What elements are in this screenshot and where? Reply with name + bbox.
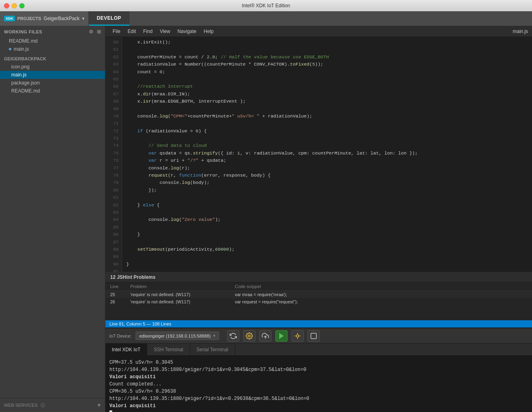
tabbar: XDK PROJECTS GeigerBackPack ▾ DEVELOP — [0, 11, 532, 26]
working-files-header: Working Files ⚙ ⊞ — [0, 26, 105, 37]
col-snippet: Code snippet — [235, 284, 527, 289]
problem-row: 25 'require' is not defined. (W117) var … — [105, 291, 532, 298]
problems-panel: 12 JSHint Problems Line Problem Code sni… — [105, 272, 532, 320]
minimize-button[interactable] — [12, 3, 17, 8]
terminal-output: CPM=37.5 uSv/h= 0.3045 http://104.40.139… — [105, 356, 532, 412]
svg-marker-2 — [279, 333, 284, 339]
terminal-line-5: CPM=36.5 uSv/h= 0.29638 — [109, 388, 528, 395]
sync-button[interactable] — [227, 330, 239, 342]
sidebar-header-icons: ⚙ ⊞ — [89, 29, 101, 35]
problems-columns: Line Problem Code snippet — [105, 282, 532, 291]
content-area: File Edit Find View Navigate Help main.j… — [105, 26, 532, 412]
folder-file-icon-name: icon.png — [11, 64, 29, 70]
chevron-down-icon: ▾ — [82, 16, 84, 21]
folder-file-packagejson-name: package.json — [11, 80, 40, 86]
folder-name: GeigerBackPack — [4, 56, 46, 61]
working-file-readme[interactable]: README.md — [0, 37, 105, 45]
tab-develop[interactable]: DEVELOP — [89, 11, 129, 26]
terminal-tabs: Intel XDK IoT SSH Terminal Serial Termin… — [105, 344, 532, 356]
stop-button[interactable] — [308, 330, 320, 342]
terminal-line-4: Count completed... — [109, 381, 528, 388]
device-name: edisongeiger (192.168.0.115:58888) — [139, 334, 210, 338]
device-label: IoT Device: — [109, 334, 131, 338]
editor-menu-items: File Edit Find View Navigate Help — [109, 27, 217, 35]
modified-dot-icon — [9, 48, 11, 50]
folder-file-mainjs-name: main.js — [11, 72, 27, 78]
folder-file-readme[interactable]: README.md — [0, 87, 105, 95]
terminal-line-6: http://104.40.139.35:1880/geiger/?id=1&v… — [109, 395, 528, 402]
line-numbers: 6061626364 6566676869 7071727374 7576777… — [105, 37, 122, 272]
problem-row: 26 'require' is not defined. (W117) var … — [105, 298, 532, 305]
status-text: Line 81, Column 5 — 108 Lines — [109, 321, 171, 326]
xdk-logo: XDK — [4, 16, 15, 21]
editor-filename: main.js — [513, 29, 528, 34]
add-file-icon[interactable]: ⊞ — [97, 29, 101, 35]
terminal-line-3: Valori acquisiti — [109, 373, 528, 381]
folder-file-readme-name: README.md — [11, 88, 40, 94]
problems-header: 12 JSHint Problems — [105, 272, 532, 282]
folder-files-list: icon.png main.js package.json README.md — [0, 63, 105, 95]
project-name: GeigerBackPack — [43, 16, 79, 21]
tab-serial-terminal[interactable]: Serial Terminal — [190, 344, 235, 355]
device-selector[interactable]: edisongeiger (192.168.0.115:58888) ▾ — [136, 332, 219, 340]
working-file-mainjs-name: main.js — [14, 46, 29, 52]
debug-button[interactable] — [292, 330, 304, 342]
bottom-area: IoT Device: edisongeiger (192.168.0.115:… — [105, 328, 532, 412]
device-toolbar: IoT Device: edisongeiger (192.168.0.115:… — [105, 328, 532, 344]
menu-edit[interactable]: Edit — [124, 27, 139, 35]
terminal-cursor-line — [109, 410, 528, 412]
main-layout: Working Files ⚙ ⊞ README.md main.js Geig… — [0, 26, 532, 412]
settings-button[interactable] — [243, 330, 255, 342]
folder-file-icon[interactable]: icon.png — [0, 63, 105, 71]
code-editor[interactable]: x.isrExit(); countPerMinute = count / 2.… — [122, 37, 532, 272]
status-bar: Line 81, Column 5 — 108 Lines — [105, 320, 532, 328]
menu-view[interactable]: View — [156, 27, 173, 35]
menu-navigate[interactable]: Navigate — [174, 27, 199, 35]
problem-snippet-2: var request = require("request"); — [235, 299, 527, 304]
web-services-bar: WEB SERVICES ⓘ + — [0, 398, 105, 412]
terminal-line-1: CPM=37.5 uSv/h= 0.3045 — [109, 359, 528, 366]
working-files-label: Working Files — [4, 29, 42, 34]
problem-desc-2: 'require' is not defined. (W117) — [130, 299, 235, 304]
editor-menubar: File Edit Find View Navigate Help main.j… — [105, 26, 532, 37]
projects-label: PROJECTS — [17, 16, 41, 21]
folder-file-packagejson[interactable]: package.json — [0, 79, 105, 87]
col-problem: Problem — [130, 284, 235, 289]
working-file-mainjs[interactable]: main.js — [0, 45, 105, 53]
add-web-service-button[interactable]: + — [97, 402, 101, 409]
problem-line-2: 26 — [110, 299, 130, 304]
window-title: Intel® XDK IoT Edition — [242, 3, 290, 8]
terminal-line-7: Valori acquisiti — [109, 402, 528, 410]
info-icon: ⓘ — [41, 403, 45, 408]
run-button[interactable] — [275, 330, 288, 342]
window-controls[interactable] — [4, 3, 25, 8]
working-file-readme-name: README.md — [9, 38, 37, 44]
terminal-line-2: http://104.40.139.35:1880/geiger/?id=1&v… — [109, 366, 528, 373]
close-button[interactable] — [4, 3, 9, 8]
titlebar: Intel® XDK IoT Edition — [0, 0, 532, 11]
menu-help[interactable]: Help — [201, 27, 217, 35]
maximize-button[interactable] — [19, 3, 25, 8]
problem-line-1: 25 — [110, 292, 130, 297]
sidebar: Working Files ⚙ ⊞ README.md main.js Geig… — [0, 26, 105, 412]
web-services-label: WEB SERVICES ⓘ — [4, 402, 45, 408]
col-line: Line — [110, 284, 130, 289]
tab-intel-xdk-iot[interactable]: Intel XDK IoT — [105, 344, 147, 355]
svg-point-0 — [249, 335, 251, 337]
tab-ssh-terminal[interactable]: SSH Terminal — [147, 344, 190, 355]
menu-file[interactable]: File — [109, 27, 123, 35]
gear-icon[interactable]: ⚙ — [89, 29, 94, 35]
folder-header[interactable]: GeigerBackPack — [0, 53, 105, 63]
folder-file-mainjs[interactable]: main.js — [0, 71, 105, 79]
project-selector[interactable]: XDK PROJECTS GeigerBackPack ▾ — [0, 11, 89, 26]
upload-button[interactable] — [259, 330, 271, 342]
problem-desc-1: 'require' is not defined. (W117) — [130, 292, 235, 297]
menu-find[interactable]: Find — [140, 27, 156, 35]
svg-rect-8 — [311, 333, 316, 339]
working-files-list: README.md main.js — [0, 37, 105, 53]
editor-container[interactable]: 6061626364 6566676869 7071727374 7576777… — [105, 37, 532, 272]
problem-snippet-1: var mraa = require('mraa'); — [235, 292, 527, 297]
svg-point-3 — [296, 335, 299, 337]
cursor — [109, 410, 112, 412]
problems-table: Line Problem Code snippet 25 'require' i… — [105, 282, 532, 320]
